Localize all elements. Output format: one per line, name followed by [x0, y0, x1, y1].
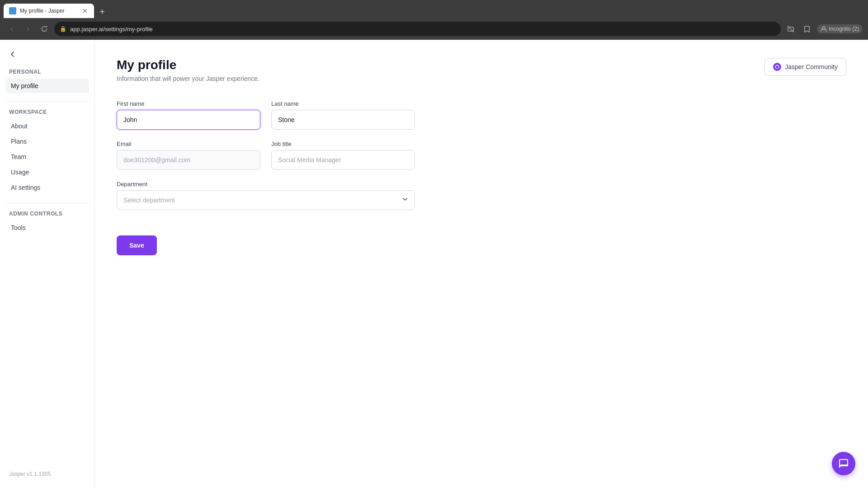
chat-bubble-button[interactable] — [832, 452, 855, 475]
sidebar-divider-1 — [5, 101, 89, 102]
page-subtitle: Information that will power your Jasper … — [117, 75, 259, 82]
department-select[interactable]: Select department — [117, 190, 415, 210]
sidebar-item-about[interactable]: About — [5, 119, 89, 133]
job-title-group: Job title — [271, 141, 415, 170]
tab-close-button[interactable]: ✕ — [81, 7, 89, 14]
personal-section-label: Personal — [5, 69, 89, 75]
last-name-group: Last name — [271, 100, 415, 130]
community-button-label: Jasper Community — [785, 63, 838, 70]
address-bar[interactable]: 🔒 app.jasper.ai/settings/my-profile — [54, 22, 781, 36]
sidebar-item-plans[interactable]: Plans — [5, 134, 89, 149]
forward-button[interactable] — [22, 23, 34, 35]
page-header: My profile Information that will power y… — [117, 58, 846, 82]
sidebar: Personal My profile Workspace About Plan… — [0, 40, 95, 488]
app-layout: Personal My profile Workspace About Plan… — [0, 40, 868, 488]
browser-chrome: My profile - Jasper ✕ + 🔒 app.jasper.ai/… — [0, 0, 868, 40]
name-row: First name Last name — [117, 100, 415, 130]
browser-tabs: My profile - Jasper ✕ + — [0, 0, 868, 18]
reload-button[interactable] — [38, 23, 51, 35]
first-name-group: First name — [117, 100, 260, 130]
incognito-badge[interactable]: Incognito (2) — [817, 24, 863, 33]
workspace-section-label: Workspace — [5, 109, 89, 115]
sidebar-divider-2 — [5, 203, 89, 203]
email-label: Email — [117, 141, 260, 147]
save-button[interactable]: Save — [117, 235, 157, 255]
page-title: My profile — [117, 58, 259, 72]
svg-point-0 — [10, 9, 15, 13]
community-button[interactable]: Jasper Community — [764, 58, 846, 76]
last-name-label: Last name — [271, 100, 415, 107]
browser-toolbar: 🔒 app.jasper.ai/settings/my-profile Inco… — [0, 18, 868, 40]
sidebar-back-button[interactable] — [5, 47, 20, 61]
url-text: app.jasper.ai/settings/my-profile — [70, 26, 775, 33]
department-wrapper: Select department — [117, 190, 415, 210]
sidebar-item-my-profile[interactable]: My profile — [5, 79, 89, 93]
active-tab[interactable]: My profile - Jasper ✕ — [4, 4, 94, 18]
sidebar-item-tools[interactable]: Tools — [5, 221, 89, 235]
department-label: Department — [117, 181, 846, 188]
toolbar-right: Incognito (2) — [784, 23, 863, 35]
job-title-input[interactable] — [271, 150, 415, 170]
lock-icon: 🔒 — [60, 26, 66, 32]
email-jobtitle-row: Email Job title — [117, 141, 415, 170]
job-title-label: Job title — [271, 141, 415, 147]
last-name-input[interactable] — [271, 110, 415, 130]
sidebar-item-team[interactable]: Team — [5, 150, 89, 164]
camera-off-icon[interactable] — [784, 23, 797, 35]
sidebar-footer: Jasper v1.1.1305 — [5, 467, 89, 481]
department-group: Department Select department — [117, 181, 846, 225]
back-button[interactable] — [5, 23, 18, 35]
email-group: Email — [117, 141, 260, 170]
page-header-text: My profile Information that will power y… — [117, 58, 259, 82]
bookmark-icon[interactable] — [801, 23, 813, 35]
incognito-label: Incognito (2) — [829, 26, 859, 32]
tab-title: My profile - Jasper — [20, 8, 78, 14]
first-name-input[interactable] — [117, 110, 260, 130]
tab-favicon — [9, 7, 16, 14]
main-content: My profile Information that will power y… — [95, 40, 868, 488]
admin-section-label: Admin controls — [5, 211, 89, 217]
email-input — [117, 150, 260, 170]
sidebar-item-ai-settings[interactable]: AI settings — [5, 180, 89, 195]
first-name-label: First name — [117, 100, 260, 107]
sidebar-item-usage[interactable]: Usage — [5, 165, 89, 179]
new-tab-button[interactable]: + — [96, 5, 108, 18]
community-icon — [773, 63, 781, 71]
